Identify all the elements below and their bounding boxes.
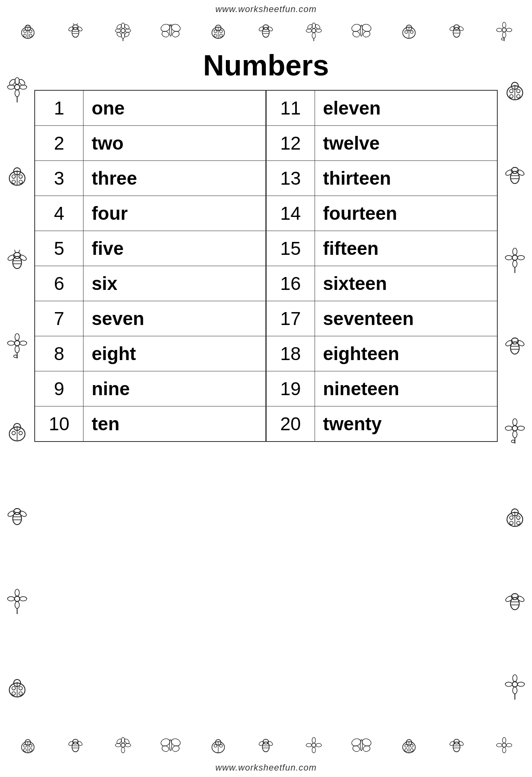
top-border-icons (0, 20, 532, 41)
svg-line-15 (73, 23, 74, 25)
svg-point-4 (29, 34, 32, 37)
butterfly-icon (160, 20, 181, 41)
number-right: 18 (266, 336, 315, 371)
number-left: 8 (35, 336, 83, 371)
svg-point-233 (410, 749, 413, 752)
svg-point-241 (457, 740, 464, 746)
svg-point-232 (405, 749, 407, 752)
svg-point-190 (72, 742, 79, 752)
svg-point-213 (263, 742, 269, 752)
svg-point-75 (506, 28, 512, 32)
svg-point-158 (513, 419, 517, 426)
svg-point-104 (8, 341, 15, 345)
svg-point-74 (497, 28, 502, 32)
table-row: 1one11eleven (35, 90, 497, 126)
svg-point-166 (517, 516, 520, 519)
svg-point-134 (517, 90, 520, 93)
svg-point-196 (121, 743, 125, 747)
svg-point-57 (352, 30, 360, 38)
svg-point-218 (267, 740, 273, 746)
svg-point-244 (502, 747, 506, 753)
svg-point-47 (311, 29, 315, 33)
number-right: 17 (266, 301, 315, 336)
svg-point-9 (72, 27, 79, 37)
svg-point-51 (316, 29, 321, 33)
number-right: 20 (266, 406, 315, 442)
ladybug-icon (17, 20, 38, 41)
svg-point-103 (15, 346, 19, 352)
svg-point-181 (517, 682, 524, 686)
word-left: nine (83, 371, 266, 406)
flower3-icon (494, 20, 515, 41)
svg-point-102 (15, 333, 19, 340)
svg-point-148 (505, 256, 512, 260)
svg-point-31 (170, 25, 172, 36)
svg-point-228 (360, 740, 362, 751)
svg-point-46 (267, 26, 273, 31)
svg-point-14 (76, 26, 83, 31)
bee2-icon (255, 20, 276, 41)
svg-point-133 (510, 90, 513, 93)
side-bee2-icon (4, 503, 30, 529)
svg-point-97 (7, 254, 16, 262)
svg-point-178 (513, 675, 517, 681)
side-ladybug-icon (4, 162, 30, 188)
svg-point-146 (513, 248, 517, 255)
word-left: ten (83, 406, 266, 442)
number-left: 2 (35, 126, 83, 161)
word-right: twenty (315, 406, 497, 442)
svg-point-176 (516, 595, 525, 603)
svg-line-16 (77, 23, 78, 25)
svg-point-227 (362, 745, 371, 752)
rside-bee-icon (502, 162, 528, 188)
word-left: seven (83, 301, 266, 336)
word-left: one (83, 90, 266, 126)
svg-point-41 (263, 27, 269, 37)
svg-point-101 (15, 340, 20, 346)
svg-point-37 (214, 34, 217, 37)
svg-point-240 (449, 740, 455, 746)
table-row: 9nine19nineteen (35, 371, 497, 406)
rside-ladybug-icon (502, 76, 528, 102)
svg-point-157 (512, 426, 517, 431)
rside-flower3-icon (502, 673, 528, 700)
rside-bee3-icon (502, 588, 528, 614)
number-right: 16 (266, 266, 315, 301)
bottom-bee3-icon (446, 735, 467, 756)
svg-point-147 (513, 260, 517, 267)
number-left: 7 (35, 301, 83, 336)
bee3-icon (446, 20, 467, 41)
svg-point-29 (161, 30, 170, 38)
svg-point-187 (29, 749, 32, 752)
svg-point-160 (505, 426, 512, 431)
svg-point-117 (7, 510, 16, 517)
center-area: Numbers 1one11eleven2two12twelve3three13… (34, 45, 498, 731)
svg-point-155 (505, 339, 513, 347)
svg-point-58 (362, 30, 371, 38)
bottom-border-strip (0, 731, 532, 759)
svg-point-98 (18, 254, 27, 262)
word-left: four (83, 196, 266, 231)
svg-point-175 (505, 595, 513, 603)
svg-point-30 (172, 30, 180, 38)
numbers-table: 1one11eleven2two12twelve3three13thirteen… (34, 90, 498, 442)
bottom-butterfly2-icon (351, 735, 372, 756)
svg-point-163 (511, 440, 515, 443)
svg-point-222 (306, 744, 311, 747)
svg-point-118 (18, 510, 27, 517)
svg-point-59 (360, 25, 362, 36)
ladybug3-icon (398, 20, 419, 41)
table-row: 3three13thirteen (35, 161, 497, 196)
svg-point-48 (312, 23, 315, 29)
svg-point-79 (15, 78, 19, 85)
svg-point-127 (19, 686, 23, 690)
main-layout: Numbers 1one11eleven2two12twelve3three13… (0, 45, 532, 731)
svg-point-121 (15, 602, 19, 608)
svg-point-62 (410, 31, 413, 33)
svg-point-223 (316, 744, 321, 747)
svg-point-135 (510, 95, 513, 98)
svg-point-38 (220, 34, 223, 37)
svg-point-246 (506, 744, 512, 747)
svg-line-100 (19, 250, 20, 253)
table-row: 4four14fourteen (35, 196, 497, 231)
